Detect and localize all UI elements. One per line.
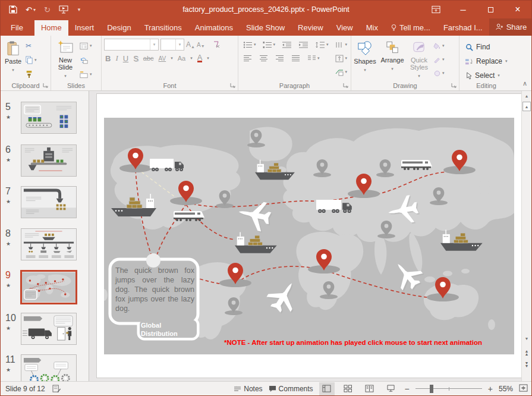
justify-icon[interactable]: [290, 53, 301, 64]
slide-sorter-view-button[interactable]: [341, 382, 356, 395]
convert-smartart-icon[interactable]: ▾: [334, 67, 348, 77]
bold-button[interactable]: B: [105, 54, 111, 63]
notes-toggle[interactable]: Notes: [234, 385, 262, 393]
columns-icon[interactable]: ▾: [306, 53, 321, 64]
tab-mix[interactable]: Mix: [360, 20, 385, 36]
tab-review[interactable]: Review: [291, 20, 330, 36]
scroll-down-icon[interactable]: ▼: [522, 334, 531, 343]
font-color-button[interactable]: A: [197, 54, 203, 62]
bullets-icon[interactable]: ▾: [242, 39, 257, 50]
zoom-slider-handle[interactable]: [430, 385, 433, 393]
slide-canvas[interactable]: The quick brown fox jumps over the lazy …: [97, 94, 521, 378]
align-center-icon[interactable]: [258, 53, 269, 64]
arrange-button[interactable]: Arrange▾: [379, 38, 406, 82]
font-size-combo[interactable]: ▾: [160, 39, 184, 51]
shape-outline-icon[interactable]: ▾: [432, 54, 446, 65]
text-direction-icon[interactable]: ▾: [334, 39, 348, 50]
bubble-label[interactable]: Global Distribution: [141, 321, 196, 338]
previous-slide-icon[interactable]: ▲▲: [522, 348, 531, 357]
paste-button[interactable]: Paste▾: [1, 38, 26, 80]
tab-file[interactable]: File: [4, 20, 30, 36]
shape-effects-icon[interactable]: ▾: [432, 68, 446, 78]
change-case-button[interactable]: Aa: [178, 55, 185, 62]
underline-button[interactable]: U: [123, 54, 128, 63]
find-button[interactable]: Find: [465, 40, 513, 54]
font-group: ▾ ▾ A▲ A▼ B I U S abc AV ▾ Aa ▾ A ▾: [102, 36, 238, 90]
fit-to-window-icon[interactable]: [519, 384, 528, 394]
font-name-combo[interactable]: ▾: [104, 39, 159, 51]
clipboard-dialog-launcher-icon[interactable]: [43, 83, 49, 89]
zoom-in-icon[interactable]: +: [488, 384, 493, 394]
editor-canvas[interactable]: The quick brown fox jumps over the lazy …: [89, 91, 521, 381]
redo-icon[interactable]: ↻: [44, 5, 51, 14]
align-right-icon[interactable]: [274, 53, 285, 64]
copy-icon[interactable]: ▾: [26, 55, 37, 65]
drawing-dialog-launcher-icon[interactable]: [451, 83, 457, 89]
scroll-thumb[interactable]: ▲: [522, 102, 531, 111]
tell-me-box[interactable]: Tell me...: [385, 20, 437, 36]
italic-button[interactable]: I: [115, 54, 118, 63]
align-left-icon[interactable]: [242, 53, 253, 64]
tab-transitions[interactable]: Transitions: [138, 20, 188, 36]
new-slide-icon: [58, 40, 73, 55]
slideshow-view-button[interactable]: [383, 382, 399, 395]
undo-icon[interactable]: ↶▾: [26, 5, 36, 14]
section-icon[interactable]: ▾: [80, 69, 92, 80]
strikethrough-button[interactable]: abc: [143, 55, 154, 62]
close-button[interactable]: ×: [504, 1, 531, 18]
tab-animations[interactable]: Animations: [188, 20, 240, 36]
tab-home[interactable]: Home: [34, 20, 68, 36]
reading-view-button[interactable]: [362, 382, 377, 395]
new-slide-button[interactable]: New Slide▾: [51, 38, 80, 82]
format-painter-icon[interactable]: [26, 69, 37, 80]
align-text-icon[interactable]: ▾: [334, 53, 348, 64]
clear-formatting-icon[interactable]: [212, 41, 220, 49]
font-dialog-launcher-icon[interactable]: [230, 83, 236, 89]
chevron-down-icon: ▾: [150, 39, 158, 50]
cut-icon[interactable]: ✂: [26, 40, 37, 51]
decrease-indent-icon[interactable]: [281, 39, 293, 50]
select-button[interactable]: Select▾: [465, 69, 513, 82]
normal-view-button[interactable]: [319, 382, 335, 395]
shapes-button[interactable]: Shapes▾: [351, 38, 379, 82]
scroll-up-icon[interactable]: ▲: [522, 91, 531, 100]
tab-slide-show[interactable]: Slide Show: [240, 20, 291, 36]
animation-star-icon: ★: [6, 367, 11, 373]
next-slide-icon[interactable]: ▼▼: [522, 360, 531, 369]
maximize-button[interactable]: [477, 1, 504, 18]
vertical-scrollbar[interactable]: ▲ ▲ ▼ ▲▲ ▼▼: [521, 91, 531, 381]
comments-toggle[interactable]: Comments: [269, 385, 313, 393]
increase-indent-icon[interactable]: [297, 39, 310, 50]
ribbon-display-options-icon[interactable]: [422, 1, 449, 18]
account-name[interactable]: Farshad I...: [437, 20, 489, 36]
share-button[interactable]: Share: [489, 18, 532, 36]
decrease-font-size-icon[interactable]: A▼: [197, 42, 205, 48]
minimize-button[interactable]: ─: [449, 1, 477, 18]
zoom-out-icon[interactable]: −: [405, 384, 410, 394]
line-spacing-icon[interactable]: ▾: [314, 39, 330, 50]
zoom-slider[interactable]: [415, 382, 482, 395]
start-slideshow-icon[interactable]: [59, 5, 68, 14]
tab-view[interactable]: View: [330, 20, 360, 36]
animation-note[interactable]: *NOTE - After start up animation has pla…: [224, 339, 503, 346]
replace-button[interactable]: Replace▾: [465, 55, 513, 68]
increase-font-size-icon[interactable]: A▲: [186, 40, 195, 49]
quick-styles-button[interactable]: Quick Styles▾: [406, 38, 432, 82]
bubble-text[interactable]: The quick brown fox jumps over the lazy …: [115, 266, 194, 313]
shape-fill-icon[interactable]: ▾: [432, 40, 446, 51]
tab-insert[interactable]: Insert: [68, 20, 101, 36]
spell-check-icon[interactable]: [52, 385, 61, 393]
paragraph-dialog-launcher-icon[interactable]: [343, 83, 349, 89]
customize-qat-icon[interactable]: ▾: [77, 7, 81, 12]
text-shadow-button[interactable]: S: [133, 54, 138, 63]
collapse-ribbon-icon[interactable]: ∧: [522, 80, 527, 87]
slide-layout-icon[interactable]: ▾: [80, 40, 92, 51]
world-map-graphic[interactable]: [104, 118, 514, 354]
reset-slide-icon[interactable]: [80, 55, 92, 65]
character-spacing-button[interactable]: AV: [159, 55, 166, 62]
numbering-icon[interactable]: ▾: [262, 39, 277, 50]
tab-design[interactable]: Design: [100, 20, 137, 36]
save-icon[interactable]: [9, 5, 17, 14]
zoom-level[interactable]: 55%: [499, 385, 513, 393]
animation-star-icon: ★: [6, 114, 11, 120]
